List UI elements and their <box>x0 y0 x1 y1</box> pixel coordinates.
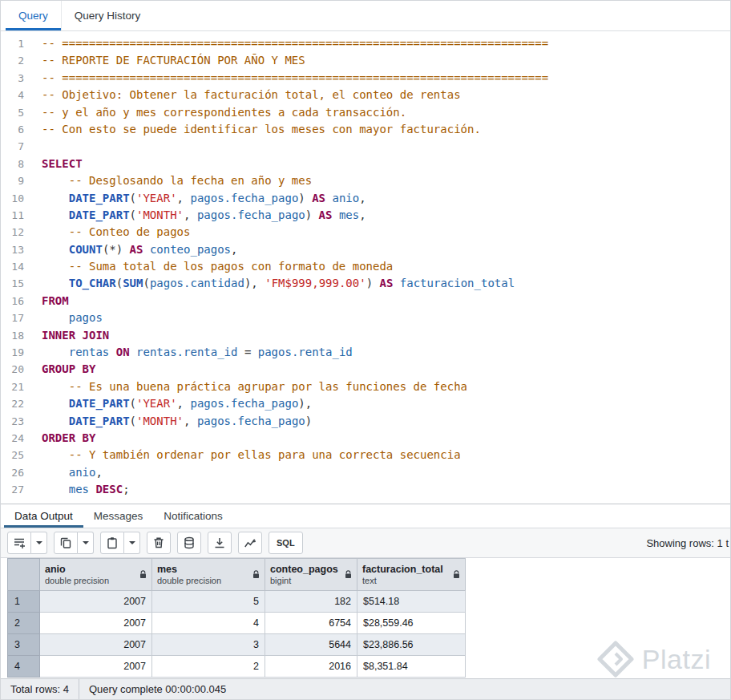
cell-facturacion_total[interactable]: $28,559.46 <box>357 613 466 634</box>
save-data-button[interactable] <box>177 532 201 554</box>
column-header-anio[interactable]: aniodouble precision <box>40 559 152 591</box>
code-line: 5-- y el año y mes correspondientes a ca… <box>1 104 730 121</box>
add-row-group <box>7 532 47 554</box>
code-text: SELECT <box>34 156 83 172</box>
paste-button[interactable] <box>100 532 124 554</box>
tab-notifications[interactable]: Notifications <box>153 504 233 528</box>
line-number: 13 <box>1 241 34 258</box>
cell-conteo_pagos[interactable]: 182 <box>265 591 357 613</box>
cell-mes[interactable]: 2 <box>152 656 265 678</box>
code-line: 18INNER JOIN <box>1 327 730 344</box>
status-bar: Total rows: 4 Query complete 00:00:00.04… <box>1 678 730 699</box>
download-results-button[interactable] <box>208 532 232 554</box>
line-number: 26 <box>1 464 34 481</box>
cell-anio[interactable]: 2007 <box>40 634 152 656</box>
cell-conteo_pagos[interactable]: 2016 <box>265 656 357 678</box>
tab-query[interactable]: Query <box>6 1 62 30</box>
column-header-facturacion_total[interactable]: facturacion_totaltext <box>357 559 466 591</box>
table-row: 2200746754$28,559.46 <box>8 613 466 634</box>
code-line: 2-- REPORTE DE FACTURACIÓN POR AÑO Y MES <box>1 52 730 69</box>
tab-query-history[interactable]: Query History <box>62 1 154 30</box>
line-number: 24 <box>1 430 34 447</box>
code-line: 7 <box>1 138 730 155</box>
code-text: -- Conteo de pagos <box>34 224 190 241</box>
tab-data-output[interactable]: Data Output <box>4 504 83 528</box>
code-text: FROM <box>34 293 69 310</box>
cell-mes[interactable]: 5 <box>152 591 265 613</box>
line-number: 2 <box>1 52 34 69</box>
code-text: -- y el año y mes correspondientes a cad… <box>34 104 406 121</box>
sql-button[interactable]: SQL <box>269 532 303 554</box>
copy-button[interactable] <box>54 532 78 554</box>
code-line: 16FROM <box>1 293 730 310</box>
paste-icon <box>106 536 119 549</box>
cell-mes[interactable]: 3 <box>152 634 265 656</box>
add-row-dropdown[interactable] <box>31 532 47 554</box>
cell-anio[interactable]: 2007 <box>40 613 152 634</box>
code-text: DATE_PART('YEAR', pagos.fecha_pago) AS a… <box>34 190 366 207</box>
sql-editor[interactable]: 1-- ====================================… <box>1 31 730 504</box>
cell-conteo_pagos[interactable]: 6754 <box>265 613 357 634</box>
column-header-conteo_pagos[interactable]: conteo_pagosbigint <box>265 559 357 591</box>
lock-icon <box>345 570 352 579</box>
code-line: 24ORDER BY <box>1 430 730 447</box>
paste-group <box>100 532 140 554</box>
editor-tabbar: Query Query History <box>1 1 730 31</box>
code-text: mes DESC; <box>34 481 130 498</box>
chart-button[interactable] <box>238 532 262 554</box>
code-line: 12 -- Conteo de pagos <box>1 224 730 241</box>
cell-conteo_pagos[interactable]: 5644 <box>265 634 357 656</box>
code-text: rentas ON rentas.renta_id = pagos.renta_… <box>34 344 353 361</box>
copy-icon <box>59 536 72 549</box>
cell-facturacion_total[interactable]: $8,351.84 <box>357 656 466 678</box>
cell-anio[interactable]: 2007 <box>40 656 152 678</box>
line-number: 27 <box>1 481 34 498</box>
code-line: 10 DATE_PART('YEAR', pagos.fecha_pago) A… <box>1 190 730 207</box>
cell-anio[interactable]: 2007 <box>40 591 152 613</box>
line-number: 20 <box>1 361 34 378</box>
cell-facturacion_total[interactable]: $23,886.56 <box>357 634 466 656</box>
code-text: -- Es una buena práctica agrupar por las… <box>34 378 467 395</box>
copy-dropdown[interactable] <box>78 532 94 554</box>
column-type: bigint <box>270 576 338 585</box>
column-header-mes[interactable]: mesdouble precision <box>152 559 265 591</box>
total-rows-label: Total rows: 4 <box>1 679 79 699</box>
code-text: -- Objetivo: Obtener la facturación tota… <box>34 87 461 103</box>
add-row-button[interactable] <box>7 532 31 554</box>
row-number-cell[interactable]: 3 <box>8 634 40 656</box>
row-number-cell[interactable]: 1 <box>8 591 40 613</box>
code-line: 25 -- Y también ordenar por ellas para u… <box>1 447 730 463</box>
header-row: aniodouble precisionmesdouble precisionc… <box>8 559 466 591</box>
code-text: -- Suma total de los pagos con formato d… <box>34 258 393 275</box>
line-number: 23 <box>1 413 34 430</box>
code-line: 19 rentas ON rentas.renta_id = pagos.ren… <box>1 344 730 361</box>
code-line: 14 -- Suma total de los pagos con format… <box>1 258 730 275</box>
caret-down-icon <box>129 541 135 544</box>
line-number: 19 <box>1 344 34 361</box>
code-line: 17 pagos <box>1 310 730 326</box>
code-line: 8SELECT <box>1 156 730 172</box>
line-number: 18 <box>1 327 34 344</box>
code-line: 21 -- Es una buena práctica agrupar por … <box>1 378 730 395</box>
code-text: -- Desglosando la fecha en año y mes <box>34 172 312 189</box>
code-line: 9 -- Desglosando la fecha en año y mes <box>1 172 730 189</box>
line-number: 25 <box>1 447 34 463</box>
chart-icon <box>244 536 256 549</box>
column-name: anio <box>45 564 109 575</box>
table-row: 3200735644$23,886.56 <box>8 634 466 656</box>
line-number: 4 <box>1 87 34 103</box>
table-row: 120075182$514.18 <box>8 591 466 613</box>
row-number-cell[interactable]: 4 <box>8 656 40 678</box>
code-text: TO_CHAR(SUM(pagos.cantidad), 'FM$999,999… <box>34 275 515 292</box>
select-all-corner[interactable] <box>8 559 40 591</box>
delete-row-button[interactable] <box>147 532 171 554</box>
paste-dropdown[interactable] <box>124 532 140 554</box>
row-number-cell[interactable]: 2 <box>8 613 40 634</box>
cell-facturacion_total[interactable]: $514.18 <box>357 591 466 613</box>
lock-icon <box>252 570 260 579</box>
tab-messages[interactable]: Messages <box>83 504 154 528</box>
line-number: 9 <box>1 172 34 189</box>
line-number: 3 <box>1 70 34 87</box>
code-line: 3-- ====================================… <box>1 70 730 87</box>
cell-mes[interactable]: 4 <box>152 613 265 634</box>
